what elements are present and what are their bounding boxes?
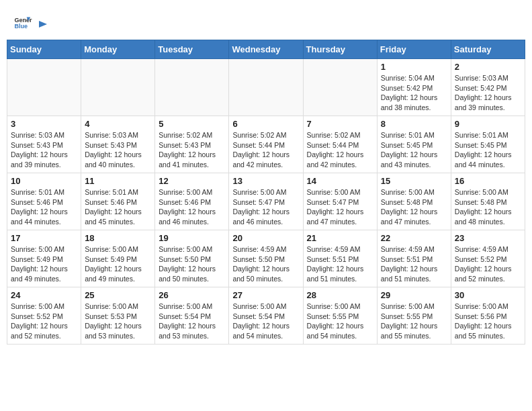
weekday-header-saturday: Saturday [451,40,525,59]
calendar-cell [7,59,81,116]
calendar-cell [81,59,155,116]
calendar-body: 1Sunrise: 5:04 AM Sunset: 5:42 PM Daylig… [7,59,525,345]
day-info: Sunrise: 5:01 AM Sunset: 5:45 PM Dayligh… [455,130,521,170]
day-info: Sunrise: 5:00 AM Sunset: 5:48 PM Dayligh… [455,187,521,227]
calendar-cell: 29Sunrise: 5:00 AM Sunset: 5:55 PM Dayli… [377,287,451,345]
day-number: 5 [159,119,225,129]
calendar-cell: 8Sunrise: 5:01 AM Sunset: 5:45 PM Daylig… [377,116,451,173]
week-row-5: 24Sunrise: 5:00 AM Sunset: 5:52 PM Dayli… [7,287,525,345]
calendar-cell: 22Sunrise: 4:59 AM Sunset: 5:51 PM Dayli… [377,230,451,287]
day-number: 20 [232,233,299,243]
day-number: 8 [381,119,447,129]
day-number: 15 [381,176,447,186]
day-info: Sunrise: 5:00 AM Sunset: 5:55 PM Dayligh… [307,302,373,341]
day-number: 6 [232,119,299,129]
day-number: 27 [232,290,299,300]
week-row-4: 17Sunrise: 5:00 AM Sunset: 5:49 PM Dayli… [7,230,525,287]
calendar-header: SundayMondayTuesdayWednesdayThursdayFrid… [7,40,525,59]
day-info: Sunrise: 5:03 AM Sunset: 5:43 PM Dayligh… [85,130,151,170]
day-info: Sunrise: 5:03 AM Sunset: 5:43 PM Dayligh… [11,130,77,170]
calendar-cell: 9Sunrise: 5:01 AM Sunset: 5:45 PM Daylig… [451,116,525,173]
weekday-header-tuesday: Tuesday [155,40,229,59]
day-number: 23 [455,233,521,243]
day-info: Sunrise: 4:59 AM Sunset: 5:51 PM Dayligh… [381,244,447,284]
week-row-2: 3Sunrise: 5:03 AM Sunset: 5:43 PM Daylig… [7,116,525,173]
calendar-cell: 23Sunrise: 4:59 AM Sunset: 5:52 PM Dayli… [451,230,525,287]
calendar-cell: 25Sunrise: 5:00 AM Sunset: 5:53 PM Dayli… [81,287,155,345]
calendar-table: SundayMondayTuesdayWednesdayThursdayFrid… [7,40,525,345]
calendar-cell: 27Sunrise: 5:00 AM Sunset: 5:54 PM Dayli… [229,287,303,345]
day-info: Sunrise: 5:02 AM Sunset: 5:43 PM Dayligh… [159,130,225,170]
day-number: 13 [232,176,299,186]
calendar-cell: 26Sunrise: 5:00 AM Sunset: 5:54 PM Dayli… [155,287,229,345]
day-number: 28 [307,290,373,300]
day-info: Sunrise: 5:01 AM Sunset: 5:46 PM Dayligh… [11,187,77,227]
weekday-header-sunday: Sunday [7,40,81,59]
logo: General Blue [13,13,48,32]
day-number: 17 [11,233,77,243]
day-number: 12 [159,176,225,186]
day-number: 2 [455,62,521,72]
calendar-cell: 3Sunrise: 5:03 AM Sunset: 5:43 PM Daylig… [7,116,81,173]
calendar-cell: 10Sunrise: 5:01 AM Sunset: 5:46 PM Dayli… [7,173,81,230]
weekday-header-row: SundayMondayTuesdayWednesdayThursdayFrid… [7,40,525,59]
day-number: 16 [455,176,521,186]
weekday-header-thursday: Thursday [303,40,377,59]
calendar-cell: 30Sunrise: 5:00 AM Sunset: 5:56 PM Dayli… [451,287,525,345]
calendar-cell [303,59,377,116]
day-info: Sunrise: 5:00 AM Sunset: 5:49 PM Dayligh… [11,244,77,284]
week-row-3: 10Sunrise: 5:01 AM Sunset: 5:46 PM Dayli… [7,173,525,230]
day-number: 10 [11,176,77,186]
day-info: Sunrise: 5:00 AM Sunset: 5:55 PM Dayligh… [381,302,447,341]
day-info: Sunrise: 5:00 AM Sunset: 5:49 PM Dayligh… [85,244,151,284]
day-info: Sunrise: 5:00 AM Sunset: 5:46 PM Dayligh… [159,187,225,227]
logo-icon: General Blue [13,13,32,32]
day-info: Sunrise: 5:01 AM Sunset: 5:46 PM Dayligh… [85,187,151,227]
calendar-cell: 5Sunrise: 5:02 AM Sunset: 5:43 PM Daylig… [155,116,229,173]
day-number: 26 [159,290,225,300]
day-info: Sunrise: 5:02 AM Sunset: 5:44 PM Dayligh… [307,130,373,170]
day-number: 25 [85,290,151,300]
day-number: 21 [307,233,373,243]
day-number: 29 [381,290,447,300]
calendar-cell: 14Sunrise: 5:00 AM Sunset: 5:47 PM Dayli… [303,173,377,230]
day-info: Sunrise: 5:01 AM Sunset: 5:45 PM Dayligh… [381,130,447,170]
calendar-cell: 17Sunrise: 5:00 AM Sunset: 5:49 PM Dayli… [7,230,81,287]
calendar-cell: 24Sunrise: 5:00 AM Sunset: 5:52 PM Dayli… [7,287,81,345]
day-info: Sunrise: 5:00 AM Sunset: 5:50 PM Dayligh… [159,244,225,284]
calendar-cell: 13Sunrise: 5:00 AM Sunset: 5:47 PM Dayli… [229,173,303,230]
calendar-cell: 20Sunrise: 4:59 AM Sunset: 5:50 PM Dayli… [229,230,303,287]
calendar-cell: 4Sunrise: 5:03 AM Sunset: 5:43 PM Daylig… [81,116,155,173]
weekday-header-friday: Friday [377,40,451,59]
week-row-1: 1Sunrise: 5:04 AM Sunset: 5:42 PM Daylig… [7,59,525,116]
day-info: Sunrise: 5:04 AM Sunset: 5:42 PM Dayligh… [381,73,447,113]
day-number: 22 [381,233,447,243]
svg-marker-3 [39,21,47,28]
calendar-cell: 2Sunrise: 5:03 AM Sunset: 5:42 PM Daylig… [451,59,525,116]
day-info: Sunrise: 4:59 AM Sunset: 5:50 PM Dayligh… [232,244,299,284]
day-info: Sunrise: 5:02 AM Sunset: 5:44 PM Dayligh… [232,130,299,170]
day-number: 24 [11,290,77,300]
day-info: Sunrise: 5:00 AM Sunset: 5:52 PM Dayligh… [11,302,77,341]
calendar-cell: 11Sunrise: 5:01 AM Sunset: 5:46 PM Dayli… [81,173,155,230]
day-number: 4 [85,119,151,129]
day-info: Sunrise: 5:00 AM Sunset: 5:54 PM Dayligh… [159,302,225,341]
day-number: 14 [307,176,373,186]
day-number: 30 [455,290,521,300]
calendar-cell: 15Sunrise: 5:00 AM Sunset: 5:48 PM Dayli… [377,173,451,230]
calendar-cell: 28Sunrise: 5:00 AM Sunset: 5:55 PM Dayli… [303,287,377,345]
calendar-cell: 18Sunrise: 5:00 AM Sunset: 5:49 PM Dayli… [81,230,155,287]
logo-triangle-icon [36,18,48,30]
calendar-cell: 1Sunrise: 5:04 AM Sunset: 5:42 PM Daylig… [377,59,451,116]
day-info: Sunrise: 5:00 AM Sunset: 5:47 PM Dayligh… [307,187,373,227]
day-number: 9 [455,119,521,129]
day-number: 19 [159,233,225,243]
calendar-cell: 12Sunrise: 5:00 AM Sunset: 5:46 PM Dayli… [155,173,229,230]
page-header: General Blue [7,7,525,36]
calendar-cell: 21Sunrise: 4:59 AM Sunset: 5:51 PM Dayli… [303,230,377,287]
day-info: Sunrise: 5:00 AM Sunset: 5:53 PM Dayligh… [85,302,151,341]
day-number: 11 [85,176,151,186]
day-info: Sunrise: 5:00 AM Sunset: 5:54 PM Dayligh… [232,302,299,341]
day-info: Sunrise: 5:00 AM Sunset: 5:56 PM Dayligh… [455,302,521,341]
weekday-header-monday: Monday [81,40,155,59]
